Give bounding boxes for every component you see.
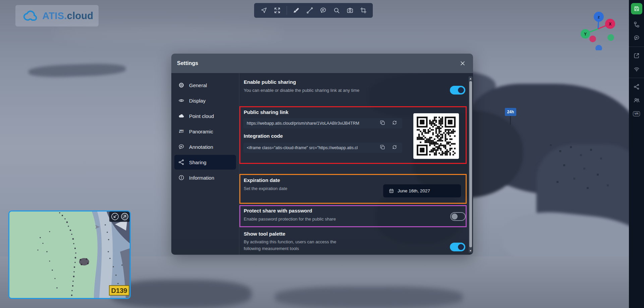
password-protect-toggle[interactable] bbox=[450, 212, 466, 221]
measure-line-icon bbox=[306, 7, 313, 14]
integration-code-field[interactable]: <iframe class="atis-cloud-iframe" src="h… bbox=[243, 143, 402, 153]
svg-text:z: z bbox=[598, 15, 600, 19]
users-button[interactable] bbox=[633, 96, 641, 104]
users-icon bbox=[633, 97, 640, 104]
copy-link-button[interactable] bbox=[379, 120, 387, 127]
sharing-settings-content: Enable public sharing You can enable or … bbox=[239, 73, 473, 255]
settings-modal-header: Settings bbox=[171, 54, 473, 73]
svg-text:X: X bbox=[609, 22, 611, 26]
annotation-tool-button[interactable] bbox=[319, 6, 327, 14]
public-sharing-link-field[interactable]: https://webapp.atis.cloud/prism/share/1V… bbox=[243, 118, 402, 128]
settings-modal-body: General Display Point cloud Panoramic An… bbox=[171, 73, 473, 255]
nav-item-information[interactable]: Information bbox=[174, 170, 236, 185]
gear-icon bbox=[178, 82, 185, 88]
minimap-canvas: D139 bbox=[9, 211, 130, 298]
axis-gizmo[interactable]: z Y X bbox=[577, 7, 619, 50]
settings-nav: General Display Point cloud Panoramic An… bbox=[171, 73, 239, 255]
crop-icon bbox=[360, 7, 367, 14]
share-button[interactable] bbox=[633, 83, 641, 91]
measure-tool-button[interactable] bbox=[306, 6, 314, 14]
save-floppy-icon bbox=[633, 5, 640, 12]
logo-text-secondary: cloud bbox=[67, 10, 93, 21]
toolbar-separator bbox=[287, 6, 287, 15]
enable-public-sharing-description: You can enable or disable the public sha… bbox=[244, 87, 361, 94]
nav-item-panoramic[interactable]: Panoramic bbox=[174, 124, 236, 139]
nav-label: Sharing bbox=[189, 160, 207, 165]
external-link-button[interactable] bbox=[633, 52, 641, 60]
svg-text:D139: D139 bbox=[111, 287, 127, 294]
nav-item-point-cloud[interactable]: Point cloud bbox=[174, 109, 236, 123]
expiration-date-value: June 16th, 2027 bbox=[398, 188, 430, 193]
copy-icon bbox=[379, 144, 386, 150]
expiration-date-picker[interactable]: June 16th, 2027 bbox=[383, 184, 461, 197]
share-qr-code bbox=[413, 113, 459, 159]
close-icon bbox=[459, 60, 466, 67]
axis-neg-x-handle[interactable] bbox=[589, 36, 596, 42]
sidebar-separator bbox=[629, 47, 644, 47]
content-scrollbar[interactable]: ▲ ▼ bbox=[469, 76, 472, 253]
cloud-icon bbox=[178, 113, 185, 119]
save-button[interactable] bbox=[631, 3, 642, 14]
nav-item-annotation[interactable]: Annotation bbox=[174, 139, 236, 154]
scene-sign-pole bbox=[510, 116, 511, 125]
comment-icon bbox=[319, 7, 327, 14]
navigate-tool-button[interactable] bbox=[260, 6, 268, 14]
axis-neg-z-handle[interactable] bbox=[595, 45, 602, 50]
nav-item-general[interactable]: General bbox=[174, 78, 236, 93]
layers-tree-button[interactable] bbox=[633, 20, 641, 28]
regenerate-link-button[interactable] bbox=[392, 120, 399, 127]
scrollbar-thumb[interactable] bbox=[469, 81, 472, 247]
tool-palette-toggle[interactable] bbox=[450, 243, 465, 251]
connection-button[interactable] bbox=[633, 65, 641, 73]
enable-public-sharing-toggle[interactable] bbox=[450, 86, 465, 95]
expiration-date-description: Set the expiration date bbox=[244, 186, 287, 191]
share-icon bbox=[633, 83, 640, 90]
calendar-icon bbox=[389, 188, 394, 194]
external-link-icon bbox=[633, 52, 640, 59]
scroll-down-arrow[interactable]: ▼ bbox=[469, 249, 472, 253]
axis-neg-y-handle[interactable] bbox=[607, 34, 614, 41]
modal-close-button[interactable] bbox=[458, 59, 467, 68]
expiration-date-title: Expiration date bbox=[244, 177, 280, 183]
brush-icon bbox=[293, 7, 300, 14]
comments-panel-button[interactable] bbox=[633, 34, 641, 42]
comment-icon bbox=[633, 35, 640, 41]
minimap-expand-button[interactable] bbox=[121, 213, 128, 220]
svg-text:Y: Y bbox=[584, 32, 587, 37]
scene-road-shadow bbox=[111, 280, 251, 308]
copy-icon bbox=[379, 120, 386, 126]
viewer-toolbar bbox=[254, 3, 373, 18]
tool-palette-description: By activating this function, users can a… bbox=[244, 239, 351, 252]
screenshot-button[interactable] bbox=[346, 6, 354, 14]
scene-road-shadow bbox=[275, 287, 463, 308]
nav-label: Information bbox=[189, 175, 214, 181]
regenerate-code-button[interactable] bbox=[392, 144, 399, 151]
vr-mode-button[interactable]: VR bbox=[633, 110, 641, 118]
nav-item-display[interactable]: Display bbox=[174, 93, 236, 108]
camera-icon bbox=[346, 7, 354, 14]
eye-icon bbox=[178, 97, 185, 104]
scroll-up-arrow[interactable]: ▲ bbox=[469, 76, 472, 80]
toggle-knob bbox=[458, 244, 464, 250]
comment-icon bbox=[178, 143, 185, 150]
app-logo: ATIS.cloud bbox=[15, 5, 99, 26]
fullscreen-button[interactable] bbox=[273, 6, 281, 14]
search-button[interactable] bbox=[333, 6, 341, 14]
minimap[interactable]: D139 bbox=[8, 210, 131, 299]
nav-label: Point cloud bbox=[189, 113, 214, 119]
nav-label: Display bbox=[189, 98, 206, 104]
info-icon bbox=[178, 174, 185, 181]
cloud-logo-icon bbox=[21, 9, 39, 23]
scene-road-sign: 24h bbox=[505, 108, 516, 116]
refresh-icon bbox=[392, 144, 398, 150]
brush-tool-button[interactable] bbox=[292, 6, 300, 14]
nav-item-sharing[interactable]: Sharing bbox=[174, 155, 236, 170]
tool-palette-title: Show tool palette bbox=[244, 231, 285, 237]
password-protect-description: Enable password protection for the publi… bbox=[244, 217, 336, 222]
right-sidebar: VR bbox=[629, 0, 644, 308]
toggle-knob bbox=[452, 213, 458, 220]
crop-tool-button[interactable] bbox=[359, 6, 367, 14]
copy-code-button[interactable] bbox=[379, 144, 387, 151]
wifi-icon bbox=[633, 66, 640, 72]
toggle-knob bbox=[458, 87, 464, 93]
